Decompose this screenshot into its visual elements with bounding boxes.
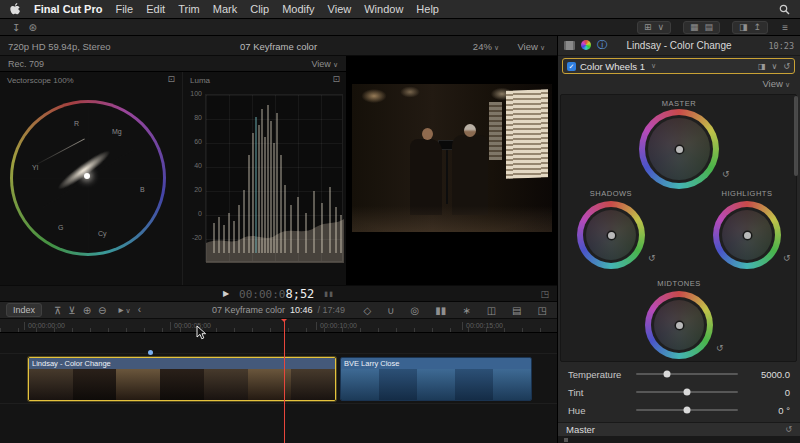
audio-skimming-icon[interactable]: ▮▮ bbox=[324, 290, 334, 298]
keyword-editor-icon[interactable]: ⊛ bbox=[24, 20, 40, 35]
audio-meters-icon[interactable]: ▮▮ bbox=[431, 303, 450, 318]
solo-icon[interactable]: ◎ bbox=[407, 303, 424, 318]
chevron-down-icon: ∨ bbox=[785, 81, 790, 88]
footer-icon bbox=[564, 438, 568, 442]
menu-mark[interactable]: Mark bbox=[213, 3, 237, 15]
video-frame bbox=[352, 84, 552, 232]
tint-slider[interactable] bbox=[636, 391, 738, 393]
timeline-tracks[interactable]: Lindsay - Color Change BVE Larry Close bbox=[0, 333, 557, 443]
correction-enabled-checkbox[interactable]: ✓ bbox=[567, 62, 576, 71]
timeline-clip-title: 07 Keyframe color bbox=[212, 305, 285, 315]
menu-window[interactable]: Window bbox=[364, 3, 403, 15]
zoom-dropdown[interactable]: 24%∨ bbox=[473, 41, 499, 52]
menu-clip[interactable]: Clip bbox=[250, 3, 269, 15]
temperature-value[interactable]: 5000.0 bbox=[744, 369, 790, 380]
temperature-slider-row: Temperature 5000.0 bbox=[558, 366, 800, 382]
menu-trim[interactable]: Trim bbox=[178, 3, 200, 15]
slider-knob[interactable] bbox=[684, 389, 691, 396]
master-wheel-label: MASTER bbox=[619, 99, 739, 108]
menu-icon[interactable]: ≡ bbox=[778, 20, 792, 35]
menu-edit[interactable]: Edit bbox=[146, 3, 165, 15]
tint-value[interactable]: 0 bbox=[744, 387, 790, 398]
clip-appearance-icon[interactable]: ▤ bbox=[508, 303, 525, 318]
menu-file[interactable]: File bbox=[115, 3, 133, 15]
chevron-down-icon: ∨ bbox=[126, 307, 131, 314]
timecode-display[interactable]: 00:00:08;52 bbox=[239, 287, 314, 301]
reset-icon[interactable]: ↺ bbox=[783, 253, 791, 263]
master-section-label: Master bbox=[566, 424, 595, 435]
clip-thumbnail bbox=[291, 369, 335, 400]
reset-correction-icon[interactable]: ↺ bbox=[783, 62, 790, 71]
inspector-scrollbar[interactable] bbox=[794, 96, 798, 176]
master-section-row[interactable]: Master ↺ bbox=[558, 422, 800, 437]
timeline-ruler[interactable]: 00:00:00;00 00:00:05;00 00:00:10;00 00:0… bbox=[0, 319, 557, 333]
ruler-timecode: 00:00:10;00 bbox=[316, 322, 357, 330]
insert-edit-icon[interactable]: ⊻ bbox=[68, 303, 75, 318]
tool-menu[interactable]: ▸∨ bbox=[118, 302, 130, 318]
overwrite-edit-icon[interactable]: ⊖ bbox=[98, 303, 106, 318]
hue-label: Hue bbox=[568, 405, 630, 416]
scope-display-icon[interactable]: ⊡ bbox=[167, 74, 175, 84]
browser-pane-icon[interactable]: ◨ bbox=[738, 22, 749, 33]
list-view-icon[interactable]: ▤ bbox=[704, 22, 715, 33]
scope-display-icon[interactable]: ⊡ bbox=[332, 74, 340, 84]
compare-pane-icon[interactable]: ◨ bbox=[758, 62, 766, 71]
collapse-timeline-icon[interactable]: ‹ bbox=[138, 302, 141, 318]
hue-value[interactable]: 0 ° bbox=[744, 405, 790, 416]
menu-view[interactable]: View bbox=[328, 3, 352, 15]
color-wheel-puck[interactable] bbox=[676, 322, 683, 329]
color-wheel-puck[interactable] bbox=[676, 146, 683, 153]
transitions-browser-icon[interactable]: ◫ bbox=[483, 303, 500, 318]
search-icon[interactable] bbox=[779, 4, 790, 15]
hue-slider[interactable] bbox=[636, 409, 738, 411]
clip-bve-larry-close[interactable]: BVE Larry Close bbox=[340, 357, 532, 401]
temperature-slider[interactable] bbox=[636, 373, 738, 375]
reset-icon[interactable]: ↺ bbox=[722, 169, 730, 179]
share-icon[interactable]: ↥ bbox=[753, 22, 763, 33]
append-edit-icon[interactable]: ⊕ bbox=[83, 303, 91, 318]
clip-lindsay-color-change[interactable]: Lindsay - Color Change bbox=[28, 357, 336, 401]
inspector-view-dropdown[interactable]: View∨ bbox=[558, 78, 800, 92]
menu-help[interactable]: Help bbox=[416, 3, 439, 15]
reset-icon[interactable]: ↺ bbox=[785, 425, 792, 434]
fcp-window: Final Cut Pro File Edit Trim Mark Clip M… bbox=[0, 0, 800, 443]
slider-knob[interactable] bbox=[684, 407, 691, 414]
luma-label: Luma bbox=[190, 76, 210, 85]
snapping-icon[interactable]: ∪ bbox=[383, 303, 398, 318]
browser-select-button[interactable]: ⊞ ∨ bbox=[637, 21, 671, 34]
index-button[interactable]: Index bbox=[6, 303, 42, 317]
inspector-header: ⓘ Lindsay - Color Change 10:23 bbox=[558, 36, 800, 56]
media-import-icon[interactable]: ↧ bbox=[8, 20, 24, 35]
midtones-color-wheel[interactable] bbox=[645, 291, 713, 359]
clip-thumbnail bbox=[160, 369, 204, 400]
slider-knob[interactable] bbox=[663, 371, 670, 378]
reset-icon[interactable]: ↺ bbox=[648, 253, 656, 263]
effects-browser-icon[interactable]: ∗ bbox=[458, 303, 474, 318]
clip-thumbnails bbox=[29, 369, 335, 400]
keyframe-marker[interactable] bbox=[148, 350, 153, 355]
inspector-clip-duration: 10:23 bbox=[768, 41, 794, 51]
menu-modify[interactable]: Modify bbox=[282, 3, 314, 15]
color-correction-selector[interactable]: ✓ Color Wheels 1 ∨ ◨ ∨ ↺ bbox=[562, 58, 795, 74]
reset-icon[interactable]: ↺ bbox=[716, 343, 724, 353]
shadows-color-wheel[interactable] bbox=[577, 201, 645, 269]
timeline-fullscreen-icon[interactable]: ◳ bbox=[534, 303, 551, 318]
scopes-view-dropdown[interactable]: View∨ bbox=[312, 59, 338, 69]
viewer-view-dropdown[interactable]: View∨ bbox=[517, 41, 545, 52]
apple-menu-icon[interactable] bbox=[10, 3, 21, 16]
chevron-down-icon[interactable]: ∨ bbox=[771, 62, 777, 71]
color-wheel-puck[interactable] bbox=[608, 232, 615, 239]
play-button[interactable]: ▶ bbox=[223, 289, 229, 298]
inspector-title: Lindsay - Color Change bbox=[558, 40, 800, 51]
highlights-color-wheel[interactable] bbox=[713, 201, 781, 269]
app-menu-title[interactable]: Final Cut Pro bbox=[34, 3, 102, 15]
trim-icon[interactable]: ◇ bbox=[359, 303, 375, 318]
connect-edit-icon[interactable]: ⊼ bbox=[54, 303, 61, 318]
filmstrip-view-icon[interactable]: ▦ bbox=[689, 22, 700, 33]
hue-slider-row: Hue 0 ° bbox=[558, 402, 800, 418]
timeline-clip-info: 07 Keyframe color 10:46 / 17:49 bbox=[212, 305, 345, 315]
viewer-fullscreen-icon[interactable]: ◳ bbox=[540, 289, 549, 299]
color-wheel-puck[interactable] bbox=[744, 232, 751, 239]
playhead[interactable] bbox=[284, 319, 285, 443]
master-color-wheel[interactable] bbox=[639, 109, 719, 189]
